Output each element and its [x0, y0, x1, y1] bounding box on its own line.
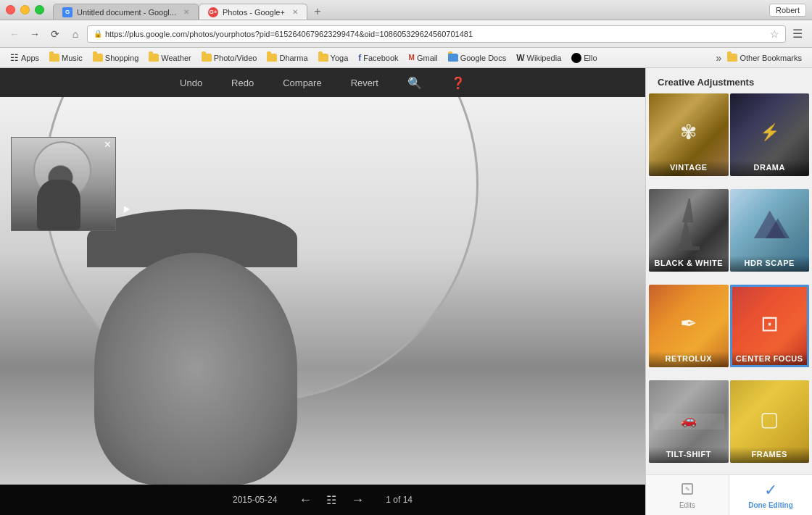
tab-untitled-doc[interactable]: G Untitled document - Googl... ✕ [53, 4, 199, 20]
frames-label: FRAMES [730, 447, 810, 463]
new-tab-button[interactable]: + [307, 4, 328, 20]
extensions-icon[interactable]: ☰ [789, 25, 806, 43]
bookmark-facebook[interactable]: f Facebook [354, 51, 402, 64]
home-button[interactable]: ⌂ [67, 25, 84, 43]
filter-hdr[interactable]: HDR SCAPE [730, 189, 810, 272]
wikipedia-icon: W [516, 53, 524, 63]
music-folder-icon [49, 54, 59, 62]
forward-button[interactable]: → [26, 25, 44, 43]
compare-button[interactable]: Compare [283, 75, 321, 91]
bookmark-photovideo[interactable]: Photo/Video [197, 52, 262, 64]
main-layout: Undo Redo Compare Revert 🔍 ❓ ✕ [0, 68, 812, 515]
dharma-folder-icon [267, 54, 277, 62]
url-text: https://plus.google.com/photos/yourphoto… [105, 30, 473, 38]
close-button[interactable] [6, 5, 15, 14]
bookmark-gmail[interactable]: M Gmail [405, 52, 442, 64]
tab-edits[interactable]: ✎ Edits [646, 475, 729, 515]
bookmark-star-icon[interactable]: ☆ [770, 28, 779, 40]
hdr-label: HDR SCAPE [730, 256, 810, 272]
tiltshift-icon: 🚗 [681, 412, 697, 428]
undo-button[interactable]: Undo [180, 75, 202, 91]
minimize-button[interactable] [20, 5, 30, 14]
gmail-icon: M [409, 54, 415, 62]
facebook-icon: f [358, 53, 361, 63]
panel-title: Creative Adjustments [646, 68, 812, 93]
tabs-area: G Untitled document - Googl... ✕ G+ Phot… [53, 0, 769, 20]
bookmark-yoga[interactable]: Yoga [314, 52, 353, 64]
photo-bottom-bar: 2015-05-24 ← ☷ → 1 of 14 [0, 485, 645, 515]
bookmark-wikipedia[interactable]: W Wikipedia [512, 51, 566, 64]
bookmark-dharma[interactable]: Dharma [262, 52, 312, 64]
googledocs-folder-icon [448, 54, 458, 62]
filter-retrolux[interactable]: ✒ RETROLUX [649, 285, 729, 367]
other-text: Other Bookmarks [740, 54, 802, 62]
tab-close-doc[interactable]: ✕ [183, 8, 189, 16]
bookmark-other[interactable]: Other Bookmarks [723, 52, 806, 64]
url-bar[interactable]: 🔒 https://plus.google.com/photos/yourpho… [87, 25, 786, 43]
bookmark-weather[interactable]: Weather [144, 52, 195, 64]
tab-done-editing[interactable]: ✓ Done Editing [729, 475, 812, 515]
edits-icon: ✎ [680, 482, 695, 500]
revert-button[interactable]: Revert [351, 75, 378, 91]
bw-label: BLACK & WHITE [649, 256, 729, 272]
thumbnail-close-button[interactable]: ✕ [104, 140, 112, 149]
thumbnail-preview: ✕ [11, 137, 116, 231]
search-icon[interactable]: 🔍 [407, 76, 422, 90]
next-photo-button[interactable]: → [351, 493, 364, 508]
photovideo-folder-icon [202, 54, 212, 62]
filter-frames[interactable]: ▢ FRAMES [730, 380, 810, 463]
photo-count: 1 of 14 [386, 495, 413, 505]
tab-photos[interactable]: G+ Photos - Google+ ✕ [199, 4, 307, 20]
navbar: ← → ⟳ ⌂ 🔒 https://plus.google.com/photos… [0, 20, 812, 48]
help-icon[interactable]: ❓ [451, 76, 465, 90]
boy-face [94, 253, 297, 485]
filter-tiltshift[interactable]: 🚗 TILT-SHIFT [649, 380, 729, 463]
lock-icon: 🔒 [94, 30, 102, 38]
bookmark-music[interactable]: Music [45, 52, 87, 64]
bookmark-ello[interactable]: Ello [567, 51, 601, 64]
yoga-text: Yoga [331, 54, 349, 62]
tab-label-photos: Photos - Google+ [223, 8, 285, 17]
redo-button[interactable]: Redo [231, 75, 254, 91]
doc-favicon: G [62, 7, 72, 17]
prev-photo-button[interactable]: ← [299, 493, 312, 508]
centerfocus-icon: ⊡ [761, 311, 779, 336]
user-badge: Robert [769, 4, 806, 17]
bookmark-shopping[interactable]: Shopping [88, 52, 144, 64]
back-button[interactable]: ← [6, 25, 23, 43]
tab-close-photos[interactable]: ✕ [292, 8, 298, 16]
bookmark-googledocs[interactable]: Google Docs [444, 52, 511, 64]
vintage-icon: ✾ [680, 120, 697, 144]
grid-view-button[interactable]: ☷ [326, 493, 336, 507]
filter-drama[interactable]: ⚡ DRAMA [730, 93, 810, 176]
retrolux-label: RETROLUX [649, 351, 729, 367]
bookmarks-bar: ☷ Apps Music Shopping Weather Photo/Vide… [0, 48, 812, 68]
reload-button[interactable]: ⟳ [46, 25, 64, 43]
photo-editor-area: Undo Redo Compare Revert 🔍 ❓ ✕ [0, 68, 645, 515]
photo-date: 2015-05-24 [233, 495, 277, 505]
shopping-folder-icon [93, 54, 103, 62]
filter-centerfocus[interactable]: ⊡ CENTER FOCUS [730, 285, 810, 367]
tab-label-doc: Untitled document - Googl... [77, 8, 176, 17]
filter-bw[interactable]: BLACK & WHITE [649, 189, 729, 272]
photo-canvas: ✕ [0, 97, 645, 485]
drama-label: DRAMA [730, 160, 810, 176]
svg-rect-1 [677, 246, 700, 250]
titlebar: G Untitled document - Googl... ✕ G+ Phot… [0, 0, 812, 20]
more-bookmarks-button[interactable]: » [716, 52, 722, 64]
vintage-label: VINTAGE [649, 160, 729, 176]
thumbnail-figure [37, 180, 80, 230]
googledocs-text: Google Docs [460, 54, 507, 62]
facebook-text: Facebook [363, 54, 398, 62]
music-text: Music [62, 54, 83, 62]
photo-navigation: ← ☷ → [299, 493, 364, 508]
filter-grid: ✾ VINTAGE ⚡ DRAMA BLACK & WHITE [646, 93, 812, 474]
right-panel: Creative Adjustments ✾ VINTAGE ⚡ DRAMA [645, 68, 812, 515]
weather-text: Weather [161, 54, 191, 62]
centerfocus-label: CENTER FOCUS [730, 351, 810, 367]
filter-vintage[interactable]: ✾ VINTAGE [649, 93, 729, 176]
bookmark-apps[interactable]: ☷ Apps [6, 51, 44, 64]
maximize-button[interactable] [35, 5, 44, 14]
photos-favicon: G+ [208, 7, 218, 17]
drama-icon: ⚡ [760, 123, 779, 142]
